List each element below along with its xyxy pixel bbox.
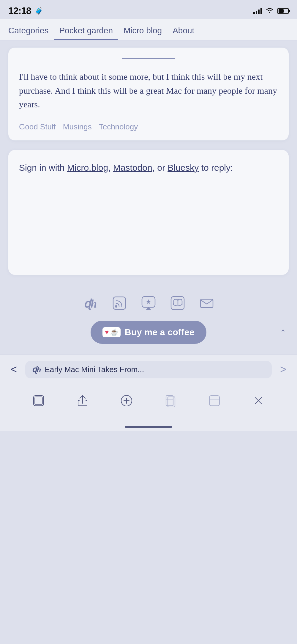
email-icon[interactable]	[199, 296, 214, 311]
main-content: I'll have to think about it some more, b…	[0, 40, 297, 275]
browser-bar: < ɖh Early Mac Mini Takes From... >	[0, 355, 297, 422]
bookmarks-button[interactable]	[161, 391, 180, 410]
browser-url-bar[interactable]: ɖh Early Mac Mini Takes From...	[25, 361, 272, 378]
svg-point-0	[269, 12, 270, 13]
rss-icon[interactable]	[112, 296, 127, 311]
wifi-icon	[266, 7, 274, 15]
status-bar: 12:18 🧳	[0, 0, 297, 19]
svg-rect-9	[35, 397, 42, 405]
share-button[interactable]	[73, 391, 92, 410]
article-card: I'll have to think about it some more, b…	[8, 48, 289, 140]
windows-button[interactable]	[205, 391, 224, 410]
nav-categories[interactable]: Categories	[8, 19, 54, 40]
new-tab-button[interactable]	[117, 391, 136, 410]
article-underline	[122, 58, 175, 59]
briefcase-icon: 🧳	[35, 7, 43, 15]
coffee-heart-badge: ♥ ☕	[102, 327, 121, 337]
browser-url-text: Early Mac Mini Takes From...	[45, 365, 144, 374]
svg-point-3	[115, 305, 117, 308]
suffix: to reply:	[199, 163, 233, 173]
article-text: I'll have to think about it some more, b…	[19, 70, 278, 112]
svg-text:ɖh: ɖh	[83, 297, 97, 310]
svg-marker-5	[146, 299, 151, 304]
svg-rect-2	[113, 297, 126, 309]
comma1: ,	[108, 163, 113, 173]
dh-icon[interactable]: ɖh	[83, 296, 98, 311]
browser-back-button[interactable]: <	[8, 363, 19, 376]
nav-about[interactable]: About	[167, 19, 200, 40]
tag-technology[interactable]: Technology	[99, 122, 138, 131]
comment-prefix: Sign in with	[19, 163, 67, 173]
scroll-up-button[interactable]: ↑	[280, 326, 286, 339]
nav-pocket-garden[interactable]: Pocket garden	[54, 19, 118, 40]
footer-icons: ɖh	[0, 287, 297, 318]
nav-micro-blog[interactable]: Micro blog	[118, 19, 167, 40]
signal-icon	[253, 8, 262, 14]
middle: , or	[152, 163, 168, 173]
svg-rect-13	[209, 396, 219, 406]
heart-icon: ♥	[105, 328, 109, 336]
bottom-toolbar	[8, 387, 289, 417]
nav-bar: Categories Pocket garden Micro blog Abou…	[0, 19, 297, 40]
article-tags: Good Stuff Musings Technology	[19, 122, 278, 131]
coffee-button-label: Buy me a coffee	[125, 327, 195, 337]
buy-me-coffee-button[interactable]: ♥ ☕ Buy me a coffee	[91, 321, 206, 344]
tag-good-stuff[interactable]: Good Stuff	[19, 122, 56, 131]
microblog-icon[interactable]	[141, 296, 156, 311]
home-indicator	[0, 422, 297, 431]
comment-card: Sign in with Micro.blog, Mastodon, or Bl…	[8, 150, 289, 275]
coffee-cup-icon: ☕	[110, 328, 118, 336]
tabs-button[interactable]	[29, 391, 48, 410]
home-indicator-bar	[125, 426, 172, 428]
svg-rect-7	[200, 299, 213, 308]
status-time: 12:18	[8, 5, 31, 16]
mastodon-icon[interactable]	[170, 296, 185, 311]
comment-sign-in-text: Sign in with Micro.blog, Mastodon, or Bl…	[19, 161, 278, 175]
mastodon-link[interactable]: Mastodon	[113, 163, 152, 173]
status-right	[253, 7, 289, 15]
bluesky-link[interactable]: Bluesky	[168, 163, 199, 173]
browser-nav-row: < ɖh Early Mac Mini Takes From... >	[8, 361, 289, 378]
tag-musings[interactable]: Musings	[63, 122, 92, 131]
battery-icon	[277, 8, 289, 14]
close-button[interactable]	[249, 391, 268, 410]
micro-blog-link[interactable]: Micro.blog	[67, 163, 108, 173]
coffee-row: ♥ ☕ Buy me a coffee ↑	[0, 318, 297, 355]
browser-forward-button[interactable]: >	[278, 363, 289, 376]
browser-favicon: ɖh	[32, 365, 41, 374]
